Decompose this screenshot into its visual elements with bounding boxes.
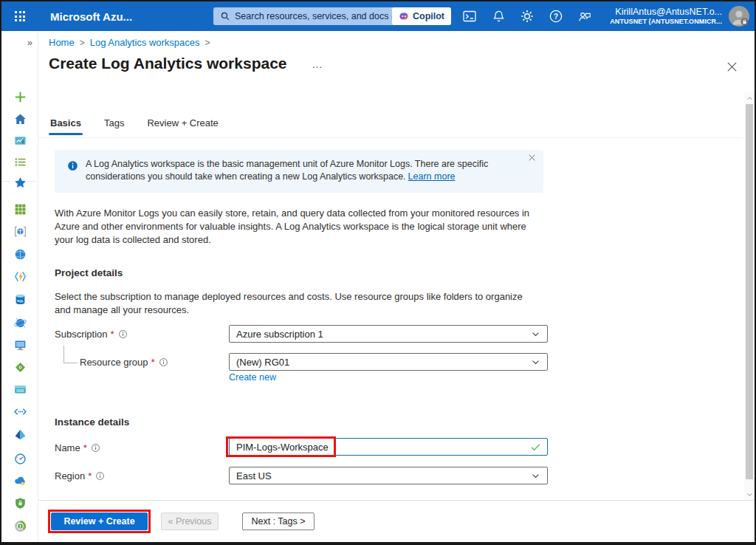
sidebar-item-storage-accounts[interactable] [10, 381, 30, 397]
subscription-label: Subscription* [55, 329, 128, 340]
banner-close-icon[interactable] [528, 154, 538, 164]
sidebar-item-cost-management[interactable] [10, 518, 30, 534]
account-tenant: ANTUSNET (ANTUSNET.ONMICR... [610, 18, 722, 26]
tab-basics[interactable]: Basics [49, 112, 83, 136]
sidebar-item-cosmos-db[interactable] [10, 315, 30, 331]
virtual-machines-icon [13, 338, 27, 352]
learn-more-link[interactable]: Learn more [408, 171, 456, 182]
project-details-heading: Project details [55, 267, 123, 278]
info-banner: A Log Analytics workspace is the basic m… [55, 150, 543, 193]
copilot-icon [399, 11, 409, 21]
sql-databases-icon: SQL [13, 292, 27, 306]
tab-review-create[interactable]: Review + Create [145, 112, 219, 136]
sidebar-item-home[interactable] [10, 111, 30, 127]
sidebar-item-resource-groups[interactable] [10, 223, 30, 239]
cloud-shell-icon[interactable] [462, 9, 477, 24]
entra-id-icon [13, 428, 27, 442]
name-info-icon[interactable] [91, 443, 100, 453]
field-connector [63, 363, 78, 363]
resource-group-dropdown[interactable]: (New) RG01 [229, 353, 548, 371]
sidebar-item-sql-databases[interactable]: SQL [10, 291, 30, 307]
region-dropdown[interactable]: East US [229, 467, 548, 484]
subscription-info-icon[interactable] [118, 329, 128, 339]
sidebar-item-app-services[interactable] [10, 246, 30, 262]
breadcrumb-separator: > [205, 38, 210, 48]
waffle-icon [15, 11, 25, 21]
sidebar-item-all-resources[interactable] [10, 201, 30, 217]
advisor-icon [13, 474, 27, 488]
avatar[interactable] [729, 6, 749, 27]
valid-checkmark-icon [530, 442, 541, 453]
account-info[interactable]: KirillAntus@AntusNET.o... ANTUSNET (ANTU… [610, 1, 722, 31]
app-launcher-button[interactable] [1, 1, 38, 31]
sidebar-item-monitor[interactable] [10, 450, 30, 467]
close-blade-icon[interactable] [724, 59, 739, 74]
vertical-scrollbar[interactable] [744, 92, 755, 500]
more-actions-ellipsis[interactable]: … [312, 58, 323, 70]
sidebar-item-advisor[interactable] [10, 473, 30, 489]
create-new-link[interactable]: Create new [229, 372, 276, 383]
svg-text:?: ? [554, 13, 558, 21]
next-tags-button[interactable]: Next : Tags > [242, 513, 315, 530]
resource-group-info-icon[interactable] [159, 357, 168, 367]
defender-icon [13, 496, 27, 510]
dashboard-icon [13, 134, 27, 148]
help-icon[interactable]: ? [549, 9, 563, 24]
name-label: Name* [55, 442, 100, 453]
feedback-icon[interactable] [577, 9, 592, 24]
scroll-up-arrow-icon[interactable] [745, 94, 754, 103]
region-value: East US [236, 470, 272, 481]
cost-management-icon [13, 519, 27, 533]
sidebar-item-virtual-machines[interactable] [10, 337, 30, 353]
workspace-name-input[interactable] [230, 442, 530, 453]
azure-portal-window: Microsoft Azu... Copilot ? [0, 0, 756, 545]
chevron-down-icon [531, 357, 540, 367]
region-label: Region* [55, 470, 105, 481]
previous-button[interactable]: « Previous [161, 513, 219, 530]
subscription-dropdown[interactable]: Azure subscription 1 [229, 325, 548, 343]
all-resources-icon [13, 202, 27, 216]
resource-group-label: Resource group* [80, 357, 168, 368]
notifications-bell-icon[interactable] [491, 9, 506, 24]
scrollbar-thumb[interactable] [746, 104, 753, 479]
left-nav: » SQL [1, 31, 38, 542]
review-create-button[interactable]: Review + Create [51, 513, 148, 530]
function-app-icon [13, 270, 27, 284]
tab-tags[interactable]: Tags [103, 112, 126, 136]
virtual-networks-icon [13, 405, 27, 419]
copilot-button[interactable]: Copilot [392, 7, 451, 25]
monitor-icon [13, 452, 27, 466]
scroll-down-arrow-icon[interactable] [745, 490, 754, 498]
sidebar-item-virtual-networks[interactable] [10, 403, 30, 419]
sidebar-item-entra-id[interactable] [10, 426, 30, 442]
search-icon [220, 11, 230, 21]
cosmos-db-icon [13, 316, 27, 330]
brand-title[interactable]: Microsoft Azu... [50, 1, 132, 31]
global-search[interactable]: Copilot [213, 7, 451, 25]
home-icon [13, 112, 27, 126]
instance-details-heading: Instance details [55, 417, 129, 428]
sidebar-item-load-balancer[interactable] [10, 359, 30, 375]
sidebar-item-dashboard[interactable] [10, 132, 30, 148]
field-connector [63, 346, 64, 363]
sidebar-item-create-resource[interactable] [10, 89, 30, 105]
breadcrumb-home[interactable]: Home [49, 37, 75, 48]
sidebar-item-function-app[interactable] [10, 268, 30, 284]
intro-paragraph: With Azure Monitor Logs you can easily s… [55, 207, 543, 247]
sidebar-item-defender[interactable] [10, 495, 30, 511]
chevron-down-icon [531, 329, 540, 339]
all-services-icon [13, 155, 27, 169]
copilot-label: Copilot [413, 11, 444, 21]
tabs-divider [38, 137, 743, 138]
create-resource-icon [13, 90, 27, 104]
settings-gear-icon[interactable] [520, 9, 535, 24]
breadcrumb-law[interactable]: Log Analytics workspaces [90, 37, 200, 48]
sidebar-item-favorites[interactable] [10, 174, 30, 191]
expand-sidebar-chevron[interactable]: » [27, 37, 32, 48]
resource-groups-icon [13, 224, 27, 239]
region-info-icon[interactable] [95, 471, 105, 481]
sidebar-item-all-services[interactable] [10, 154, 30, 170]
svg-text:SQL: SQL [17, 298, 24, 302]
info-banner-text: A Log Analytics workspace is the basic m… [86, 158, 523, 183]
storage-accounts-icon [13, 383, 27, 397]
